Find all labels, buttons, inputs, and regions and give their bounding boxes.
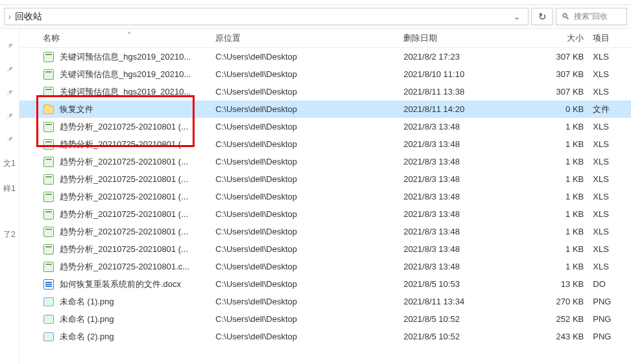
file-location: C:\Users\dell\Desktop	[215, 157, 403, 166]
file-type: XLS	[593, 69, 631, 79]
file-name: 趋势分析_20210725-20210801 (...	[60, 121, 188, 133]
file-type: XLS	[593, 192, 631, 201]
file-size: 1 KB	[536, 244, 593, 254]
file-row[interactable]: 趋势分析_20210725-20210801 (...C:\Users\dell…	[19, 240, 631, 258]
sidebar-label[interactable]: 样1	[3, 183, 16, 194]
file-row[interactable]: 趋势分析_20210725-20210801.c...C:\Users\dell…	[19, 258, 631, 275]
file-row[interactable]: 趋势分析_20210725-20210801 (...C:\Users\dell…	[19, 170, 631, 188]
file-location: C:\Users\dell\Desktop	[215, 262, 403, 271]
file-name: 趋势分析_20210725-20210801 (...	[60, 209, 188, 220]
folder-icon	[43, 104, 54, 115]
file-location: C:\Users\dell\Desktop	[215, 332, 403, 341]
file-size: 1 KB	[536, 227, 593, 236]
file-row[interactable]: 趋势分析_20210725-20210801 (...C:\Users\dell…	[19, 205, 631, 223]
file-row[interactable]: 未命名 (2).pngC:\Users\dell\Desktop2021/8/5…	[19, 328, 631, 345]
file-date: 2021/8/2 17:23	[403, 52, 536, 62]
file-date: 2021/8/11 14:20	[403, 104, 536, 114]
file-row[interactable]: 关键词预估信息_hgs2019_20210...C:\Users\dell\De…	[19, 48, 631, 65]
file-row[interactable]: 趋势分析_20210725-20210801 (...C:\Users\dell…	[19, 135, 631, 153]
col-header-location[interactable]: 原位置	[215, 32, 403, 44]
file-row[interactable]: 趋势分析_20210725-20210801 (...C:\Users\dell…	[19, 118, 631, 135]
file-type: XLS	[593, 262, 631, 271]
file-size: 1 KB	[536, 139, 593, 149]
col-header-date[interactable]: 删除日期	[403, 32, 536, 44]
titlebar-strip	[0, 0, 631, 5]
address-bar[interactable]: › 回收站 ⌄	[4, 8, 529, 25]
file-type: XLS	[593, 87, 631, 97]
pin-icon[interactable]: 📌︎	[5, 65, 14, 74]
xls-icon	[43, 209, 54, 220]
sidebar-label[interactable]: 了2	[3, 229, 16, 240]
col-header-name[interactable]: 名称 ˄	[43, 32, 215, 44]
file-name: 未命名 (2).png	[60, 331, 114, 343]
xls-icon	[43, 244, 54, 255]
col-header-size[interactable]: 大小	[536, 32, 593, 44]
sort-arrow-icon: ˄	[127, 30, 132, 40]
file-size: 307 KB	[536, 69, 593, 79]
file-name: 趋势分析_20210725-20210801 (...	[60, 174, 188, 185]
refresh-button[interactable]: ↻	[531, 8, 553, 25]
pin-icon[interactable]: 📌︎	[5, 111, 14, 120]
file-name: 趋势分析_20210725-20210801 (...	[60, 226, 188, 238]
png-icon	[43, 296, 54, 308]
file-size: 307 KB	[536, 52, 593, 62]
file-location: C:\Users\dell\Desktop	[215, 174, 403, 184]
file-location: C:\Users\dell\Desktop	[215, 69, 403, 79]
file-type: XLS	[593, 227, 631, 236]
chevron-down-icon[interactable]: ⌄	[508, 12, 524, 21]
file-location: C:\Users\dell\Desktop	[215, 244, 403, 254]
file-location: C:\Users\dell\Desktop	[215, 227, 403, 236]
file-location: C:\Users\dell\Desktop	[215, 52, 403, 62]
quick-access-sidebar: 📌︎ 📌︎ 📌︎ 📌︎ 📌︎ 文1 样1 了2	[0, 28, 19, 364]
file-location: C:\Users\dell\Desktop	[215, 139, 403, 149]
file-name: 恢复文件	[60, 104, 93, 115]
address-title[interactable]: 回收站	[15, 11, 42, 23]
file-name: 关键词预估信息_hgs2019_20210...	[60, 51, 191, 63]
file-date: 2021/8/3 13:48	[403, 209, 536, 219]
main: 📌︎ 📌︎ 📌︎ 📌︎ 📌︎ 文1 样1 了2 名称 ˄ 原位置 删除日期 大小…	[0, 28, 631, 364]
xls-icon	[43, 226, 54, 238]
file-size: 13 KB	[536, 279, 593, 289]
file-row[interactable]: 未命名 (1).pngC:\Users\dell\Desktop2021/8/5…	[19, 310, 631, 328]
file-row[interactable]: 趋势分析_20210725-20210801 (...C:\Users\dell…	[19, 223, 631, 240]
file-row[interactable]: 趋势分析_20210725-20210801 (...C:\Users\dell…	[19, 188, 631, 205]
file-type: XLS	[593, 52, 631, 62]
search-placeholder: 搜索"回收	[574, 11, 608, 22]
file-date: 2021/8/5 10:53	[403, 279, 536, 289]
pin-icon[interactable]: 📌︎	[5, 88, 14, 97]
file-name: 趋势分析_20210725-20210801 (...	[60, 244, 188, 255]
file-size: 1 KB	[536, 209, 593, 219]
file-row[interactable]: 如何恢复重装系统前的文件.docxC:\Users\dell\Desktop20…	[19, 275, 631, 293]
file-list[interactable]: 关键词预估信息_hgs2019_20210...C:\Users\dell\De…	[19, 48, 631, 364]
file-date: 2021/8/3 13:48	[403, 192, 536, 201]
file-row[interactable]: 关键词预估信息_hgs2019_20210...C:\Users\dell\De…	[19, 65, 631, 83]
file-row[interactable]: 关键词预估信息_hgs2019_20210...C:\Users\dell\De…	[19, 83, 631, 100]
pin-icon[interactable]: 📌︎	[5, 41, 14, 51]
file-location: C:\Users\dell\Desktop	[215, 122, 403, 131]
file-location: C:\Users\dell\Desktop	[215, 209, 403, 219]
file-date: 2021/8/11 13:34	[403, 297, 536, 306]
file-location: C:\Users\dell\Desktop	[215, 314, 403, 324]
sidebar-label[interactable]: 文1	[3, 158, 16, 169]
file-type: PNG	[593, 297, 631, 306]
search-icon: 🔍︎	[562, 12, 570, 21]
file-date: 2021/8/3 13:48	[403, 227, 536, 236]
file-name: 趋势分析_20210725-20210801.c...	[60, 261, 189, 273]
pin-icon[interactable]: 📌︎	[5, 135, 14, 144]
file-name: 关键词预估信息_hgs2019_20210...	[60, 86, 191, 98]
search-input[interactable]: 🔍︎ 搜索"回收	[556, 8, 627, 25]
file-date: 2021/8/3 13:48	[403, 174, 536, 184]
file-row[interactable]: 趋势分析_20210725-20210801 (...C:\Users\dell…	[19, 153, 631, 170]
file-date: 2021/8/3 13:48	[403, 244, 536, 254]
file-name: 趋势分析_20210725-20210801 (...	[60, 191, 188, 203]
file-date: 2021/8/3 13:48	[403, 139, 536, 149]
file-name: 未命名 (1).png	[60, 296, 114, 308]
file-type: XLS	[593, 174, 631, 184]
file-type: PNG	[593, 314, 631, 324]
file-row[interactable]: 未命名 (1).pngC:\Users\dell\Desktop2021/8/1…	[19, 293, 631, 310]
col-header-type[interactable]: 项目	[593, 32, 631, 44]
file-type: XLS	[593, 157, 631, 166]
file-row[interactable]: 恢复文件C:\Users\dell\Desktop2021/8/11 14:20…	[19, 100, 631, 118]
file-type: XLS	[593, 139, 631, 149]
file-date: 2021/8/5 10:52	[403, 314, 536, 324]
